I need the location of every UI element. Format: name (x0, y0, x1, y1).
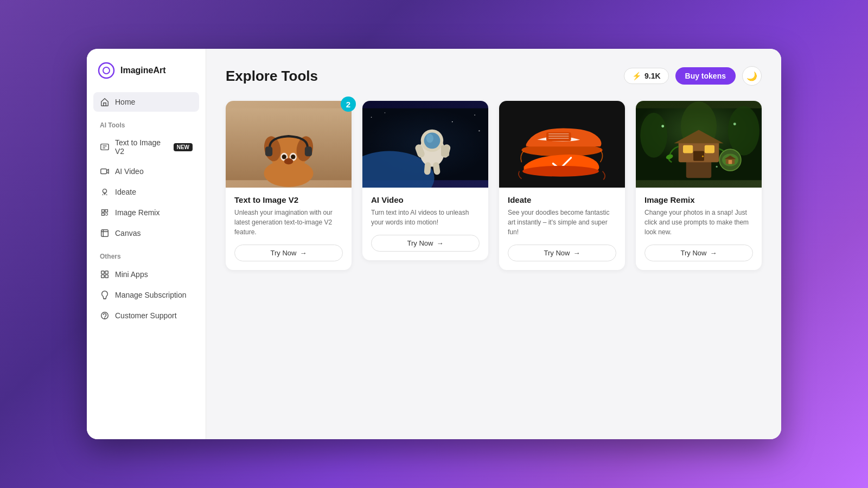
svg-point-1 (103, 67, 110, 74)
try-now-button-text-to-image[interactable]: Try Now → (234, 245, 343, 261)
lightning-icon: ⚡ (632, 72, 641, 80)
customer-support-icon (100, 311, 110, 320)
card-body-image-remix: Image Remix Change your photos in a snap… (636, 188, 762, 270)
svg-rect-10 (105, 275, 108, 278)
app-name: ImagineArt (120, 66, 166, 75)
sidebar-item-ideate[interactable]: Ideate (93, 182, 199, 202)
tool-card-image-remix[interactable]: Image Remix Change your photos in a snap… (636, 101, 762, 270)
card-desc-ideate: See your doodles become fantastic art in… (508, 208, 616, 237)
card-wrapper-image-remix: Image Remix Change your photos in a snap… (636, 101, 762, 270)
logo-icon (98, 62, 115, 79)
arrow-icon: → (299, 249, 307, 257)
card-wrapper-ai-video: AI Video Turn text into AI videos to unl… (362, 101, 488, 270)
svg-rect-8 (105, 271, 108, 274)
sidebar-item-image-remix[interactable]: Image Remix (93, 203, 199, 222)
tool-card-ideate[interactable]: Ideate See your doodles become fantastic… (499, 101, 625, 270)
card-image-ideate (499, 101, 625, 188)
home-icon (100, 97, 110, 107)
card-body-ideate: Ideate See your doodles become fantastic… (499, 188, 625, 270)
svg-point-62 (716, 166, 717, 168)
svg-point-47 (522, 166, 599, 177)
try-now-button-image-remix[interactable]: Try Now → (644, 245, 753, 261)
image-remix-icon (100, 208, 110, 217)
astronaut-image (362, 101, 488, 188)
card-title-ai-video: AI Video (371, 195, 480, 204)
sidebar-text-to-image-label: Text to Image V2 (115, 138, 168, 156)
svg-point-28 (385, 112, 386, 113)
card-image-text-to-image (226, 101, 352, 188)
card-title-text-to-image: Text to Image V2 (234, 195, 343, 204)
app-container: ImagineArt Home AI Tools Text to Image V… (87, 49, 781, 439)
sidebar-ideate-label: Ideate (115, 188, 136, 196)
dark-mode-icon: 🌙 (746, 71, 757, 81)
main-content: Explore Tools ⚡ 9.1K Buy tokens 🌙 2 (206, 49, 781, 439)
sidebar-item-customer-support[interactable]: Customer Support (93, 306, 199, 325)
tool-card-ai-video[interactable]: AI Video Turn text into AI videos to unl… (362, 101, 488, 260)
svg-point-49 (640, 113, 667, 158)
svg-point-22 (284, 158, 293, 165)
tokens-badge[interactable]: ⚡ 9.1K (624, 68, 669, 84)
svg-point-20 (282, 155, 286, 159)
top-bar-actions: ⚡ 9.1K Buy tokens 🌙 (624, 66, 762, 86)
svg-point-29 (452, 121, 453, 123)
sidebar-manage-subscription-label: Manage Subscription (115, 291, 187, 299)
sidebar-image-remix-label: Image Remix (115, 208, 159, 217)
sidebar-item-canvas[interactable]: Canvas (93, 223, 199, 243)
svg-point-50 (728, 106, 760, 156)
sidebar-item-text-to-image[interactable]: Text to Image V2 NEW (93, 133, 199, 160)
card-body-text-to-image: Text to Image V2 Unleash your imaginatio… (226, 188, 352, 270)
dark-mode-button[interactable]: 🌙 (742, 66, 762, 86)
sidebar-home-label: Home (115, 98, 135, 106)
ideate-icon (100, 187, 110, 197)
new-badge: NEW (174, 143, 193, 151)
card-desc-text-to-image: Unleash your imagination with our latest… (234, 208, 343, 237)
card-image-image-remix (636, 101, 762, 188)
dog-image (226, 101, 352, 188)
svg-rect-2 (101, 144, 108, 150)
arrow-icon: → (436, 239, 443, 247)
top-bar: Explore Tools ⚡ 9.1K Buy tokens 🌙 (226, 66, 762, 86)
try-now-button-ideate[interactable]: Try Now → (508, 245, 616, 261)
svg-point-60 (661, 125, 664, 127)
tool-card-text-to-image[interactable]: Text to Image V2 Unleash your imaginatio… (226, 101, 352, 270)
svg-rect-6 (101, 230, 108, 237)
card-title-image-remix: Image Remix (644, 195, 753, 204)
svg-rect-40 (441, 145, 449, 157)
svg-rect-43 (546, 132, 571, 142)
sidebar-item-manage-subscription[interactable]: Manage Subscription (93, 285, 199, 305)
svg-point-35 (426, 134, 433, 143)
svg-point-30 (474, 114, 475, 115)
card-desc-image-remix: Change your photos in a snap! Just click… (644, 208, 753, 237)
subscription-icon (100, 290, 110, 300)
tokens-count: 9.1K (644, 72, 661, 80)
svg-point-57 (702, 156, 704, 157)
logo-area[interactable]: ImagineArt (93, 62, 199, 79)
svg-rect-7 (101, 271, 104, 274)
svg-rect-66 (729, 160, 732, 164)
sidebar-item-mini-apps[interactable]: Mini Apps (93, 265, 199, 284)
svg-rect-23 (265, 146, 272, 156)
card-wrapper-ideate: Ideate See your doodles become fantastic… (499, 101, 625, 270)
card-body-ai-video: AI Video Turn text into AI videos to unl… (362, 188, 488, 260)
svg-rect-3 (101, 169, 107, 174)
sidebar-ai-video-label: AI Video (115, 167, 144, 176)
sidebar-mini-apps-label: Mini Apps (115, 270, 148, 279)
svg-rect-24 (305, 146, 312, 156)
svg-point-21 (291, 155, 295, 159)
svg-point-0 (99, 63, 114, 78)
svg-point-31 (478, 130, 480, 131)
ai-tools-section-label: AI Tools (93, 113, 199, 133)
sidebar-item-ai-video[interactable]: AI Video (93, 162, 199, 181)
canvas-icon (100, 228, 110, 238)
sidebar-item-home[interactable]: Home (93, 92, 199, 112)
others-section-label: Others (93, 244, 199, 265)
notification-badge: 2 (341, 97, 356, 112)
svg-rect-54 (683, 145, 693, 153)
tools-grid: 2 (226, 101, 762, 270)
try-now-button-ai-video[interactable]: Try Now → (371, 235, 480, 252)
text-to-image-icon (100, 142, 110, 152)
arrow-icon: → (573, 249, 580, 257)
svg-rect-55 (705, 145, 714, 153)
card-image-ai-video (362, 101, 488, 188)
buy-tokens-button[interactable]: Buy tokens (675, 67, 736, 85)
